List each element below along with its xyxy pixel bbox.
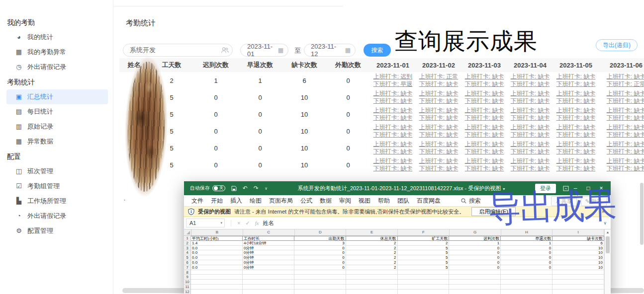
- sheet-cell[interactable]: [552, 280, 604, 285]
- punch-out-link[interactable]: 下班打卡: 缺卡: [461, 114, 507, 122]
- row-number[interactable]: 5: [184, 255, 190, 260]
- sheet-cell[interactable]: [243, 270, 294, 275]
- row-number[interactable]: 10: [184, 280, 190, 285]
- sheet-cell[interactable]: 3: [294, 241, 346, 246]
- sheet-header-cell[interactable]: 早退次数: [501, 236, 552, 241]
- sheet-cell[interactable]: [501, 280, 552, 285]
- sheet-cell[interactable]: [398, 280, 450, 285]
- sheet-cell[interactable]: 0.0: [191, 260, 243, 265]
- sidebar-item[interactable]: ◫ 班次管理: [6, 164, 108, 179]
- punch-in-link[interactable]: 上班打卡: 缺卡: [553, 141, 599, 148]
- sheet-cell[interactable]: 0: [501, 255, 552, 260]
- name-box-caret-icon[interactable]: ▾: [220, 221, 222, 225]
- sidebar-item[interactable]: ◕ 我的统计: [6, 30, 108, 45]
- page-vertical-scrollbar[interactable]: [640, 183, 644, 245]
- excel-menu-item[interactable]: 插入: [230, 197, 242, 205]
- select-all-corner[interactable]: [184, 229, 191, 235]
- column-header[interactable]: B: [191, 229, 243, 235]
- close-button[interactable]: ×: [595, 185, 608, 192]
- punch-in-link[interactable]: 上班打卡: 缺卡: [461, 73, 507, 80]
- enable-editing-button[interactable]: 启用编辑(E): [471, 207, 516, 216]
- sheet-cell[interactable]: [398, 290, 450, 294]
- excel-menu-item[interactable]: 百度网盘: [417, 197, 441, 205]
- scroll-up-icon[interactable]: ▲: [605, 229, 611, 235]
- punch-out-link[interactable]: 下班打卡: 缺卡: [507, 97, 553, 105]
- sheet-cell[interactable]: [552, 275, 604, 280]
- sheet-header-cell[interactable]: 迟到次数: [449, 236, 501, 241]
- punch-out-link[interactable]: 下班打卡: 缺卡: [507, 80, 553, 88]
- punch-in-link[interactable]: 上班打卡: 缺卡: [599, 157, 644, 165]
- punch-out-link[interactable]: 下班打卡: 缺卡: [370, 97, 416, 105]
- punch-in-link[interactable]: 上班打卡: 缺卡: [370, 124, 416, 131]
- sheet-cell[interactable]: [243, 285, 294, 290]
- sheet-cell[interactable]: 0.0: [191, 250, 243, 255]
- column-header[interactable]: E: [346, 229, 398, 235]
- punch-in-link[interactable]: 上班打卡: 缺卡: [599, 73, 644, 80]
- sheet-cell[interactable]: 0: [449, 265, 501, 270]
- excel-menu-item[interactable]: 文件: [191, 197, 203, 205]
- sheet-header-cell[interactable]: 平均工时(小时): [191, 236, 243, 241]
- row-number[interactable]: 2: [184, 241, 190, 246]
- sheet-cell[interactable]: [501, 290, 552, 294]
- sheet-cell[interactable]: 2: [346, 260, 398, 265]
- sheet-cell[interactable]: 0分钟: [243, 246, 294, 251]
- sheet-cell[interactable]: [191, 275, 243, 280]
- sheet-cell[interactable]: [501, 285, 552, 290]
- save-icon[interactable]: [231, 186, 237, 191]
- punch-in-link[interactable]: 上班打卡: 缺卡: [370, 90, 416, 97]
- sheet-cell[interactable]: 10: [552, 246, 604, 251]
- punch-in-link[interactable]: 上班打卡: 缺卡: [416, 90, 461, 97]
- sheet-cell[interactable]: [191, 290, 243, 294]
- date-to-input[interactable]: 2023-11-12 ▦: [304, 44, 356, 57]
- sheet-cell[interactable]: 0分钟: [243, 255, 294, 260]
- formula-input[interactable]: 姓名: [263, 220, 604, 227]
- row-number[interactable]: 7: [184, 265, 190, 270]
- sheet-cell[interactable]: [346, 275, 398, 280]
- sheet-cell[interactable]: 2: [346, 250, 398, 255]
- punch-in-link[interactable]: 上班打卡: 缺卡: [507, 124, 553, 131]
- share-button[interactable]: ↗ 共享: [551, 196, 577, 206]
- row-number[interactable]: 9: [184, 275, 190, 280]
- punch-out-link[interactable]: 下班打卡: 缺卡: [461, 131, 507, 139]
- sheet-cell[interactable]: 10: [552, 250, 604, 255]
- punch-in-link[interactable]: 上班打卡: 缺卡: [461, 90, 507, 97]
- punch-out-link[interactable]: 下班打卡: 缺卡: [507, 165, 553, 172]
- punch-in-link[interactable]: 上班打卡: 缺卡: [599, 90, 644, 97]
- punch-in-link[interactable]: 上班打卡: 缺卡: [370, 141, 416, 148]
- sheet-cell[interactable]: [552, 290, 604, 294]
- sheet-vertical-scrollbar[interactable]: ▲: [604, 229, 611, 294]
- sidebar-item[interactable]: ▥ 原始记录: [6, 119, 108, 134]
- sheet-cell[interactable]: [449, 270, 501, 275]
- punch-out-link[interactable]: 下班打卡: 缺卡: [370, 131, 416, 139]
- excel-menu-item[interactable]: 审阅: [339, 197, 351, 205]
- row-number[interactable]: 4: [184, 250, 190, 255]
- excel-menu-item[interactable]: 视图: [359, 197, 370, 205]
- sheet-cell[interactable]: 0: [501, 246, 552, 251]
- sheet-cell[interactable]: 0: [449, 255, 501, 260]
- sheet-cell[interactable]: [398, 275, 450, 280]
- sheet-cell[interactable]: 5: [398, 246, 450, 251]
- sidebar-item[interactable]: ▣ 汇总统计: [6, 89, 108, 104]
- punch-in-link[interactable]: 上班打卡: 缺卡: [553, 90, 599, 97]
- sidebar-item[interactable]: ◷ 外出请假记录: [6, 60, 108, 74]
- sheet-cell[interactable]: [501, 275, 552, 280]
- sheet-cell[interactable]: [398, 285, 450, 290]
- sheet-cell[interactable]: 0.0: [191, 265, 243, 270]
- punch-in-link[interactable]: 上班打卡: 缺卡: [553, 124, 599, 131]
- column-header[interactable]: I: [552, 229, 604, 235]
- punch-in-link[interactable]: 上班打卡: 缺卡: [507, 107, 553, 114]
- sheet-cell[interactable]: 1.4: [191, 241, 243, 246]
- punch-out-link[interactable]: 下班打卡: 缺卡: [599, 114, 644, 122]
- punch-in-link[interactable]: 上班打卡: 缺卡: [507, 90, 553, 97]
- sheet-cell[interactable]: 10: [552, 265, 604, 270]
- sheet-cell[interactable]: 5: [398, 255, 450, 260]
- sidebar-item[interactable]: ▦ 异常数据: [6, 134, 108, 149]
- punch-out-link[interactable]: 下班打卡: 缺卡: [461, 165, 507, 172]
- punch-out-link[interactable]: 下班打卡: 缺卡: [553, 80, 599, 88]
- punch-out-link[interactable]: 下班打卡: 缺卡: [416, 97, 461, 105]
- punch-in-link[interactable]: 上班打卡: 缺卡: [599, 141, 644, 148]
- cancel-icon[interactable]: ×: [237, 220, 240, 226]
- punch-out-link[interactable]: 下班打卡: 缺卡: [416, 114, 461, 122]
- sheet-cell[interactable]: 5: [398, 250, 450, 255]
- ribbon-search[interactable]: 搜索: [461, 197, 481, 205]
